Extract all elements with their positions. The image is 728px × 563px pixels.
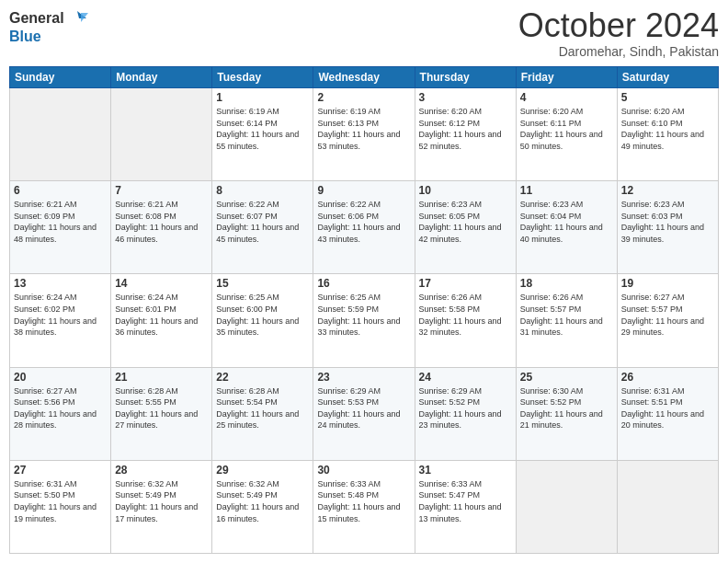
daylight: Daylight: 11 hours and 50 minutes. [520, 129, 613, 152]
table-row: 6 Sunrise: 6:21 AM Sunset: 6:09 PM Dayli… [10, 181, 111, 274]
sunset: Sunset: 6:14 PM [216, 118, 309, 130]
daylight: Daylight: 11 hours and 52 minutes. [419, 129, 512, 152]
day-info: Sunrise: 6:28 AM Sunset: 5:55 PM Dayligh… [115, 385, 208, 431]
sunset: Sunset: 6:02 PM [14, 304, 107, 316]
day-number: 17 [419, 277, 512, 290]
table-row: 3 Sunrise: 6:20 AM Sunset: 6:12 PM Dayli… [415, 88, 516, 181]
day-number: 23 [317, 371, 410, 384]
day-info: Sunrise: 6:25 AM Sunset: 5:59 PM Dayligh… [317, 292, 410, 338]
sunset: Sunset: 6:01 PM [115, 304, 208, 316]
svg-marker-1 [81, 13, 88, 22]
table-row: 9 Sunrise: 6:22 AM Sunset: 6:06 PM Dayli… [313, 181, 415, 274]
day-info: Sunrise: 6:32 AM Sunset: 5:49 PM Dayligh… [115, 478, 208, 524]
sunset: Sunset: 5:52 PM [419, 396, 512, 408]
day-number: 1 [216, 91, 309, 104]
day-number: 30 [317, 464, 410, 477]
table-row: 21 Sunrise: 6:28 AM Sunset: 5:55 PM Dayl… [111, 367, 212, 460]
table-row: 13 Sunrise: 6:24 AM Sunset: 6:02 PM Dayl… [10, 274, 111, 367]
day-number: 29 [216, 464, 309, 477]
day-info: Sunrise: 6:31 AM Sunset: 5:51 PM Dayligh… [621, 385, 714, 431]
logo-bird-icon [66, 9, 88, 28]
daylight: Daylight: 11 hours and 32 minutes. [419, 316, 512, 339]
daylight: Daylight: 11 hours and 31 minutes. [520, 316, 613, 339]
day-number: 10 [419, 184, 512, 197]
calendar-week-row: 20 Sunrise: 6:27 AM Sunset: 5:56 PM Dayl… [10, 367, 719, 460]
sunrise: Sunrise: 6:20 AM [520, 106, 613, 118]
table-row: 20 Sunrise: 6:27 AM Sunset: 5:56 PM Dayl… [10, 367, 111, 460]
day-number: 6 [14, 184, 107, 197]
day-info: Sunrise: 6:23 AM Sunset: 6:03 PM Dayligh… [621, 199, 714, 245]
page: General Blue October 2024 Daromehar, Sin… [0, 0, 728, 563]
sunset: Sunset: 6:05 PM [419, 211, 512, 223]
sunset: Sunset: 5:57 PM [520, 304, 613, 316]
daylight: Daylight: 11 hours and 19 minutes. [14, 501, 107, 524]
table-row: 1 Sunrise: 6:19 AM Sunset: 6:14 PM Dayli… [212, 88, 313, 181]
table-row: 15 Sunrise: 6:25 AM Sunset: 6:00 PM Dayl… [212, 274, 313, 367]
day-info: Sunrise: 6:20 AM Sunset: 6:11 PM Dayligh… [520, 106, 613, 152]
table-row: 22 Sunrise: 6:28 AM Sunset: 5:54 PM Dayl… [212, 367, 313, 460]
daylight: Daylight: 11 hours and 16 minutes. [216, 501, 309, 524]
daylight: Daylight: 11 hours and 35 minutes. [216, 316, 309, 339]
day-number: 7 [115, 184, 208, 197]
day-number: 2 [317, 91, 410, 104]
sunset: Sunset: 5:56 PM [14, 396, 107, 408]
day-info: Sunrise: 6:30 AM Sunset: 5:52 PM Dayligh… [520, 385, 613, 431]
day-info: Sunrise: 6:19 AM Sunset: 6:14 PM Dayligh… [216, 106, 309, 152]
table-row: 29 Sunrise: 6:32 AM Sunset: 5:49 PM Dayl… [212, 460, 313, 553]
sunrise: Sunrise: 6:23 AM [419, 199, 512, 211]
day-number: 20 [14, 371, 107, 384]
calendar-week-row: 1 Sunrise: 6:19 AM Sunset: 6:14 PM Dayli… [10, 88, 719, 181]
daylight: Daylight: 11 hours and 53 minutes. [317, 129, 410, 152]
day-number: 12 [621, 184, 714, 197]
daylight: Daylight: 11 hours and 33 minutes. [317, 316, 410, 339]
sunset: Sunset: 5:47 PM [419, 489, 512, 501]
daylight: Daylight: 11 hours and 46 minutes. [115, 222, 208, 245]
daylight: Daylight: 11 hours and 55 minutes. [216, 129, 309, 152]
day-number: 24 [419, 371, 512, 384]
sunrise: Sunrise: 6:31 AM [621, 385, 714, 397]
table-row [516, 460, 617, 553]
daylight: Daylight: 11 hours and 17 minutes. [115, 501, 208, 524]
day-info: Sunrise: 6:27 AM Sunset: 5:57 PM Dayligh… [621, 292, 714, 338]
daylight: Daylight: 11 hours and 23 minutes. [419, 408, 512, 431]
daylight: Daylight: 11 hours and 15 minutes. [317, 501, 410, 524]
table-row: 12 Sunrise: 6:23 AM Sunset: 6:03 PM Dayl… [617, 181, 718, 274]
day-info: Sunrise: 6:24 AM Sunset: 6:01 PM Dayligh… [115, 292, 208, 338]
calendar: Sunday Monday Tuesday Wednesday Thursday… [9, 66, 719, 554]
day-number: 21 [115, 371, 208, 384]
day-info: Sunrise: 6:21 AM Sunset: 6:09 PM Dayligh… [14, 199, 107, 245]
day-number: 13 [14, 277, 107, 290]
table-row: 4 Sunrise: 6:20 AM Sunset: 6:11 PM Dayli… [516, 88, 617, 181]
sunset: Sunset: 5:49 PM [216, 489, 309, 501]
sunrise: Sunrise: 6:19 AM [317, 106, 410, 118]
day-info: Sunrise: 6:31 AM Sunset: 5:50 PM Dayligh… [14, 478, 107, 524]
sunrise: Sunrise: 6:32 AM [115, 478, 208, 490]
table-row [617, 460, 718, 553]
day-info: Sunrise: 6:27 AM Sunset: 5:56 PM Dayligh… [14, 385, 107, 431]
day-info: Sunrise: 6:28 AM Sunset: 5:54 PM Dayligh… [216, 385, 309, 431]
day-info: Sunrise: 6:20 AM Sunset: 6:12 PM Dayligh… [419, 106, 512, 152]
sunrise: Sunrise: 6:29 AM [419, 385, 512, 397]
table-row: 18 Sunrise: 6:26 AM Sunset: 5:57 PM Dayl… [516, 274, 617, 367]
sunrise: Sunrise: 6:22 AM [216, 199, 309, 211]
table-row: 7 Sunrise: 6:21 AM Sunset: 6:08 PM Dayli… [111, 181, 212, 274]
table-row: 8 Sunrise: 6:22 AM Sunset: 6:07 PM Dayli… [212, 181, 313, 274]
sunset: Sunset: 5:48 PM [317, 489, 410, 501]
day-number: 15 [216, 277, 309, 290]
sunset: Sunset: 6:04 PM [520, 211, 613, 223]
sunrise: Sunrise: 6:31 AM [14, 478, 107, 490]
sunset: Sunset: 6:03 PM [621, 211, 714, 223]
sunrise: Sunrise: 6:27 AM [621, 292, 714, 304]
sunrise: Sunrise: 6:28 AM [216, 385, 309, 397]
sunrise: Sunrise: 6:25 AM [216, 292, 309, 304]
sunset: Sunset: 6:13 PM [317, 118, 410, 130]
day-number: 22 [216, 371, 309, 384]
logo-text: General Blue [9, 9, 88, 45]
daylight: Daylight: 11 hours and 29 minutes. [621, 316, 714, 339]
logo-general: General [9, 9, 64, 27]
sunrise: Sunrise: 6:26 AM [520, 292, 613, 304]
sunrise: Sunrise: 6:33 AM [317, 478, 410, 490]
table-row: 23 Sunrise: 6:29 AM Sunset: 5:53 PM Dayl… [313, 367, 415, 460]
sunrise: Sunrise: 6:20 AM [621, 106, 714, 118]
calendar-week-row: 27 Sunrise: 6:31 AM Sunset: 5:50 PM Dayl… [10, 460, 719, 553]
